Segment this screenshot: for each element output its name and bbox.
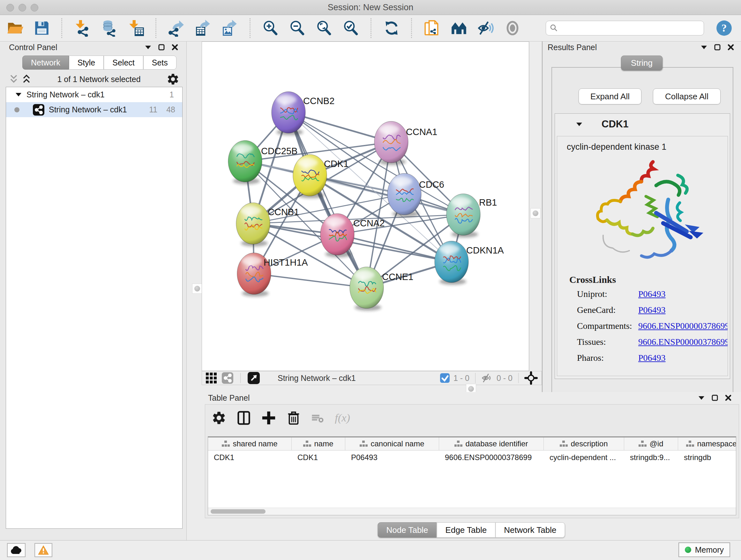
search-input[interactable] [561,23,700,33]
collapse-panel-icon[interactable] [145,45,151,50]
search-field[interactable] [546,21,704,36]
refresh-icon[interactable] [383,19,400,37]
table-horizontal-scrollbar[interactable] [208,508,736,515]
import-network-database-icon[interactable] [100,19,118,37]
scrollbar-thumb[interactable] [211,509,266,514]
crosslinks-title: CrossLinks [569,274,616,285]
node-CCNA1[interactable] [374,121,408,163]
grid-view-icon[interactable] [206,373,217,383]
crosslink-genecard-link[interactable]: P06493 [638,305,666,315]
node-CDC6[interactable] [387,173,421,215]
column-header-label: name [314,439,333,448]
table-cell[interactable]: CDK1 [208,450,292,465]
expand-all-networks-icon[interactable] [22,74,31,84]
float-panel-icon[interactable] [158,44,165,51]
svg-text:?: ? [722,22,727,34]
create-column-plus-icon[interactable] [261,411,276,425]
network-view-badge-icon[interactable] [222,372,233,384]
collection-count: 1 [170,90,174,99]
collapse-panel-icon[interactable] [701,45,707,50]
tab-network[interactable]: Network [22,56,69,70]
crosslink-tissues-link[interactable]: 9606.ENSP00000378699 [638,337,728,347]
node-CCNE1[interactable] [350,267,384,308]
tab-node-table[interactable]: Node Table [378,522,437,538]
tab-style[interactable]: Style [69,56,104,70]
float-panel-icon[interactable] [712,395,718,401]
collapse-all-networks-icon[interactable] [9,74,18,84]
tab-sets[interactable]: Sets [143,56,177,70]
table-cell[interactable]: cyclin-dependent ... [544,450,624,465]
column-header-label: shared name [232,439,277,448]
table-cell[interactable]: stringdb [678,450,736,465]
column-header-name[interactable]: name [292,437,345,450]
collapse-panel-icon[interactable] [698,395,704,400]
left-splitter-grip[interactable] [192,284,202,294]
zoom-selected-icon[interactable] [342,19,360,37]
hide-graphics-details-icon[interactable] [477,19,494,37]
import-network-icon[interactable] [74,19,91,37]
table-cell[interactable]: 9606.ENSP00000378699 [439,450,544,465]
tab-edge-table[interactable]: Edge Table [437,522,495,538]
export-table-icon[interactable] [195,19,212,37]
memory-button[interactable]: Memory [678,543,730,557]
copy-style-documents-icon[interactable] [423,19,441,37]
first-neighbors-icon[interactable] [450,19,468,37]
node-CDC25B[interactable] [228,140,262,182]
network-selection-status: 1 of 1 Network selected [31,75,166,84]
open-session-icon[interactable] [6,19,23,37]
network-row[interactable]: String Network – cdk1 11 48 [6,102,182,117]
close-panel-icon[interactable] [172,44,178,51]
network-canvas[interactable]: CCNB2CCNA1CDC25BCDK1CDC6RB1CCNB1CCNA2CDK… [202,42,529,371]
node-CDK1[interactable] [293,154,327,196]
show-columns-icon[interactable] [237,411,251,425]
close-panel-icon[interactable] [728,44,734,51]
export-image-icon[interactable] [221,19,239,37]
node-table-grid: shared namenamecanonical namedatabase id… [208,436,736,515]
save-session-icon[interactable] [33,19,51,37]
column-header-namespace[interactable]: namespace [678,437,736,450]
column-header-shared-name[interactable]: shared name [208,437,292,450]
export-network-icon[interactable] [168,19,185,37]
crosslink-uniprot-link[interactable]: P06493 [638,289,666,299]
import-table-icon[interactable] [127,19,145,37]
crosslink-pharos-link[interactable]: P06493 [638,353,666,363]
node-RB1[interactable] [447,194,480,235]
table-cell[interactable]: stringdb:9... [624,450,678,465]
birdseye-crosshair-icon[interactable] [524,371,538,385]
table-cell[interactable]: P06493 [345,450,439,465]
gene-card-expander-icon[interactable] [576,122,583,126]
column-header-description[interactable]: description [544,437,624,450]
node-CCNB2[interactable] [272,91,306,133]
selected-nodes-checkbox-icon[interactable] [440,373,450,383]
table-options-gear-icon[interactable] [212,411,226,425]
help-icon[interactable]: ? [716,19,733,37]
edge-CCNA2-CDKN1A[interactable] [337,234,452,262]
network-options-gear-icon[interactable] [166,73,179,85]
cloud-status-button[interactable] [7,543,25,557]
zoom-in-icon[interactable] [262,19,279,37]
node-CDKN1A[interactable] [434,241,468,283]
zoom-fit-icon[interactable] [316,19,333,37]
node-CCNB1[interactable] [236,203,270,244]
table-row[interactable]: CDK1CDK1P064939606.ENSP00000378699cyclin… [208,450,736,465]
column-header-database-identifier[interactable]: database identifier [439,437,544,450]
crosslink-compartments-link[interactable]: 9606.ENSP00000378699 [638,321,728,331]
column-header-canonical-name[interactable]: canonical name [345,437,439,450]
expand-all-button[interactable]: Expand All [579,88,642,105]
float-panel-icon[interactable] [714,44,721,51]
right-splitter-grip[interactable] [530,208,541,219]
close-panel-icon[interactable] [725,395,731,401]
tab-network-table[interactable]: Network Table [495,522,565,538]
detach-view-icon[interactable] [248,372,260,384]
table-cell[interactable]: CDK1 [292,450,345,465]
column-header--id[interactable]: @id [624,437,678,450]
zoom-out-icon[interactable] [289,19,306,37]
network-collection-row[interactable]: String Network – cdk1 1 [6,87,182,102]
delete-column-trash-icon[interactable] [286,411,301,425]
results-tab-string[interactable]: String [621,56,663,71]
warnings-button[interactable] [35,543,52,557]
collection-expander-icon[interactable] [16,92,21,97]
collapse-all-button[interactable]: Collapse All [653,88,721,105]
node-CCNA2[interactable] [320,213,354,255]
tab-select[interactable]: Select [104,56,143,70]
